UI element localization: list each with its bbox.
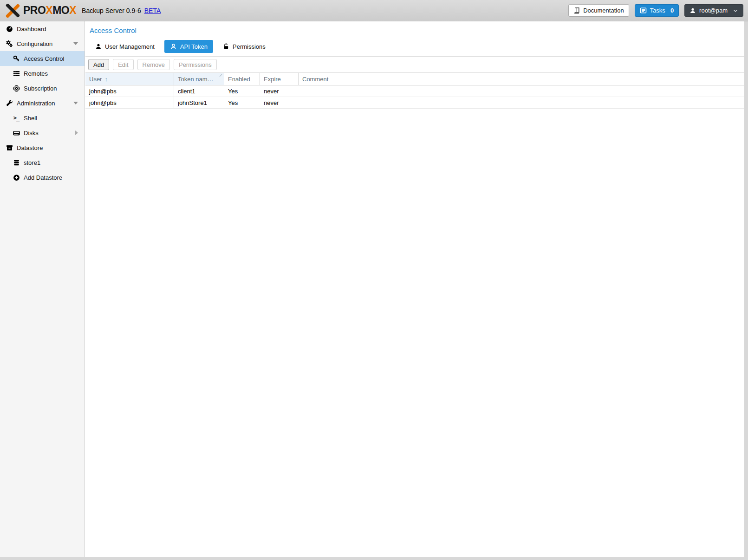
sidebar-item-subscription[interactable]: Subscription: [0, 81, 85, 96]
column-header-expire[interactable]: Expire: [260, 73, 299, 85]
sidebar: Dashboard Configuration: [0, 21, 85, 557]
grid-toolbar: Add Edit Remove Permissions: [85, 56, 744, 73]
cell-user: john@pbs: [85, 85, 174, 97]
cell-user: john@pbs: [85, 97, 174, 108]
collapse-arrow-icon[interactable]: [73, 42, 78, 45]
documentation-button[interactable]: Documentation: [568, 4, 629, 17]
sidebar-item-configuration[interactable]: Configuration: [0, 36, 85, 51]
server-list-icon: [13, 70, 20, 77]
proxmox-wordmark: PROXMOX: [23, 4, 76, 17]
permissions-button[interactable]: Permissions: [174, 59, 217, 70]
column-header-token-name[interactable]: Token nam…: [174, 73, 224, 85]
column-header-comment[interactable]: Comment: [299, 73, 744, 85]
table-row[interactable]: john@pbs johnStore1 Yes never: [85, 97, 744, 109]
sidebar-item-remotes[interactable]: Remotes: [0, 66, 85, 81]
sidebar-item-access-control[interactable]: Access Control: [0, 51, 85, 66]
tab-api-token[interactable]: API Token: [164, 40, 213, 53]
lifebuoy-icon: [13, 85, 20, 92]
sidebar-item-add-datastore[interactable]: Add Datastore: [0, 170, 85, 185]
user-outline-icon: [170, 43, 177, 50]
table-row[interactable]: john@pbs client1 Yes never: [85, 85, 744, 97]
edit-button[interactable]: Edit: [113, 59, 133, 70]
archive-box-icon: [6, 144, 13, 151]
cell-token-name: client1: [174, 85, 224, 97]
top-bar: PROXMOX Backup Server 0.9-6 BETA Documen…: [0, 0, 748, 21]
book-icon: [573, 7, 580, 14]
gears-icon: [6, 40, 13, 47]
column-grip-icon: [220, 74, 222, 77]
beta-link[interactable]: BETA: [144, 7, 161, 14]
sidebar-item-dashboard[interactable]: Dashboard: [0, 21, 85, 36]
hdd-icon: [13, 129, 20, 137]
sidebar-item-datastore[interactable]: Datastore: [0, 140, 85, 155]
page-title: Access Control: [85, 21, 744, 34]
cell-enabled: Yes: [224, 97, 260, 108]
cell-token-name: johnStore1: [174, 97, 224, 108]
remove-button[interactable]: Remove: [137, 59, 170, 70]
unlock-icon: [223, 43, 229, 50]
cell-enabled: Yes: [224, 85, 260, 97]
cell-comment: [299, 97, 744, 108]
proxmox-logo: PROXMOX: [5, 4, 76, 18]
product-title: Backup Server 0.9-6: [82, 7, 141, 14]
expand-arrow-icon[interactable]: [75, 130, 78, 135]
cell-expire: never: [260, 97, 299, 108]
tab-permissions[interactable]: Permissions: [217, 40, 271, 53]
table-header: User ↑ Token nam… Enabled Expire Comment: [85, 73, 744, 85]
user-icon: [95, 43, 102, 50]
sidebar-item-store1[interactable]: store1: [0, 155, 85, 170]
tasks-count-badge: 0: [670, 7, 674, 14]
frame-edge-bottom: [0, 557, 748, 560]
chevron-down-icon: [733, 8, 738, 13]
key-icon: [13, 55, 20, 62]
database-icon: [13, 159, 20, 166]
terminal-icon: >_: [13, 114, 20, 122]
sort-asc-icon: ↑: [104, 76, 108, 83]
gauge-icon: [6, 25, 13, 33]
column-header-enabled[interactable]: Enabled: [224, 73, 260, 85]
cell-comment: [299, 85, 744, 97]
sidebar-item-disks[interactable]: Disks: [0, 125, 85, 140]
user-icon: [689, 7, 696, 14]
tab-user-management[interactable]: User Management: [90, 40, 160, 53]
task-list-icon: [640, 7, 647, 14]
user-menu-button[interactable]: root@pam: [684, 4, 743, 17]
sidebar-item-shell[interactable]: >_ Shell: [0, 111, 85, 125]
collapse-arrow-icon[interactable]: [73, 102, 78, 104]
cell-expire: never: [260, 85, 299, 97]
wrench-icon: [6, 99, 13, 107]
frame-edge-right: [744, 21, 748, 560]
tasks-button[interactable]: Tasks 0: [635, 4, 679, 17]
proxmox-x-icon: [5, 4, 20, 18]
tab-bar: User Management API Token Permissions: [85, 34, 744, 56]
main-content: Access Control User Management API Token…: [85, 21, 744, 557]
plus-circle-icon: [13, 174, 20, 181]
column-header-user[interactable]: User ↑: [85, 73, 174, 85]
add-button[interactable]: Add: [88, 59, 109, 70]
sidebar-item-administration[interactable]: Administration: [0, 96, 85, 111]
